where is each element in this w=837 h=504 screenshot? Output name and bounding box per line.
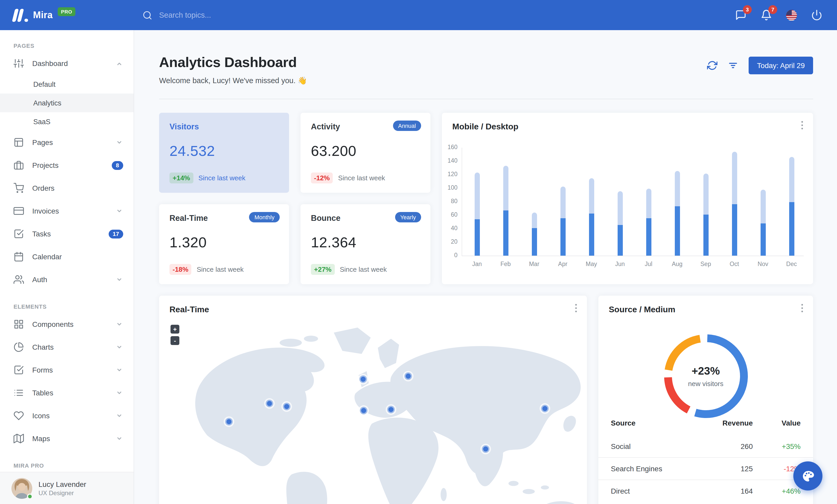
map-marker-8[interactable]: [480, 444, 491, 454]
bar-dec[interactable]: [777, 148, 806, 256]
sidebar-item-label: Forms: [32, 366, 107, 374]
bar-jan[interactable]: [463, 148, 491, 256]
kebab-menu-icon[interactable]: [570, 302, 582, 314]
messages-badge: 3: [743, 5, 752, 14]
sidebar-item-label: Icons: [32, 411, 107, 420]
sliders-icon: [14, 58, 24, 69]
grid-icon: [14, 319, 24, 330]
map-marker-5[interactable]: [358, 405, 369, 416]
bar-jun[interactable]: [606, 148, 634, 256]
bar-segment-desktop: [732, 152, 737, 204]
chart-title: Mobile / Desktop: [452, 122, 518, 131]
period-badge[interactable]: Monthly: [249, 212, 280, 222]
map-marker-9[interactable]: [540, 403, 550, 414]
language-flag-us-icon[interactable]: [786, 10, 797, 20]
user-role: UX Designer: [38, 489, 86, 497]
period-badge[interactable]: Annual: [393, 120, 421, 131]
stat-value: 63.200: [311, 143, 420, 160]
sidebar-section-label: MIRA PRO: [0, 450, 133, 472]
chevron-down-icon: [115, 435, 123, 443]
bar-feb[interactable]: [491, 148, 520, 256]
stat-delta-chip: +14%: [170, 172, 193, 183]
bar-mar[interactable]: [520, 148, 549, 256]
zoom-out-button[interactable]: -: [171, 336, 179, 345]
map-marker-3[interactable]: [281, 401, 292, 412]
navbar-search: [142, 10, 735, 20]
source-row-search-engines: Search Engines125-12%: [599, 457, 813, 480]
y-axis-label: 0: [442, 252, 458, 258]
sidebar-item-charts[interactable]: Charts: [0, 336, 133, 358]
bar-segment-desktop: [646, 189, 651, 218]
sidebar-item-auth[interactable]: Auth: [0, 268, 133, 291]
sidebar-user-card[interactable]: Lucy Lavender UX Designer: [0, 472, 133, 504]
kebab-menu-icon[interactable]: [797, 302, 808, 314]
calendar-icon: [14, 251, 24, 262]
x-axis-label: Jan: [463, 261, 491, 267]
sidebar-subitem-saas[interactable]: SaaS: [0, 112, 133, 131]
sidebar-item-icons[interactable]: Icons: [0, 404, 133, 427]
sidebar-item-orders[interactable]: Orders: [0, 177, 133, 200]
page-title: Analytics Dashboard: [159, 55, 307, 71]
sidebar-subitem-analytics[interactable]: Analytics: [0, 94, 133, 112]
brand-logo[interactable]: Mira PRO: [0, 8, 134, 22]
bar-nov[interactable]: [749, 148, 777, 256]
pro-badge: PRO: [58, 7, 75, 16]
sidebar-item-forms[interactable]: Forms: [0, 358, 133, 381]
sidebar-item-label: Maps: [32, 434, 107, 443]
check-square-icon: [14, 229, 24, 239]
search-input[interactable]: [159, 11, 325, 19]
x-axis-label: Jun: [606, 261, 634, 267]
sidebar: PAGESDashboardDefaultAnalyticsSaaSPagesP…: [0, 30, 134, 504]
kebab-menu-icon[interactable]: [797, 119, 808, 131]
world-map[interactable]: [159, 316, 587, 504]
chevron-down-icon: [115, 412, 123, 419]
notifications-button[interactable]: 7: [761, 10, 772, 21]
theme-settings-fab[interactable]: [793, 461, 822, 490]
source-row-direct: Direct164+46%: [599, 480, 813, 502]
bar-jul[interactable]: [634, 148, 663, 256]
sign-out-button[interactable]: [811, 10, 822, 21]
stat-card-bounce: Bounce Yearly 12.364 +27% Since last wee…: [301, 204, 430, 284]
sidebar-item-projects[interactable]: Projects8: [0, 154, 133, 177]
sidebar-item-components[interactable]: Components: [0, 313, 133, 336]
sidebar-item-invoices[interactable]: Invoices: [0, 200, 133, 222]
stat-note: Since last week: [338, 174, 385, 182]
bar-segment-mobile: [560, 218, 565, 256]
sidebar-item-label: Tasks: [32, 230, 100, 238]
mira-logo-icon: [14, 8, 28, 22]
sidebar-item-tasks[interactable]: Tasks17: [0, 222, 133, 245]
bar-segment-mobile: [703, 214, 708, 256]
zoom-in-button[interactable]: +: [171, 325, 179, 334]
map-marker-7[interactable]: [403, 371, 413, 381]
sidebar-subitem-default[interactable]: Default: [0, 75, 133, 94]
date-range-button[interactable]: Today: April 29: [749, 57, 813, 74]
map-marker-2[interactable]: [264, 398, 275, 409]
sidebar-item-pages[interactable]: Pages: [0, 131, 133, 154]
sidebar-item-label: Auth: [32, 275, 107, 284]
refresh-icon[interactable]: [707, 60, 717, 71]
sidebar-item-dashboard[interactable]: Dashboard: [0, 52, 133, 75]
map-marker-4[interactable]: [358, 374, 369, 385]
messages-button[interactable]: 3: [735, 10, 747, 21]
bar-apr[interactable]: [549, 148, 577, 256]
bar-sep[interactable]: [691, 148, 720, 256]
map-marker-1[interactable]: [224, 416, 234, 427]
bar-may[interactable]: [577, 148, 606, 256]
stat-value: 1.320: [170, 234, 279, 251]
bar-segment-mobile: [617, 225, 623, 256]
period-badge[interactable]: Yearly: [395, 212, 421, 222]
credit-card-icon: [14, 206, 24, 216]
revenue-cell: 260: [705, 442, 753, 450]
donut-chart: +23% new visitors: [661, 332, 750, 421]
sidebar-item-tables[interactable]: Tables: [0, 381, 133, 404]
chevron-down-icon: [115, 320, 123, 328]
bar-aug[interactable]: [663, 148, 691, 256]
filter-icon[interactable]: [728, 60, 738, 71]
sidebar-item-calendar[interactable]: Calendar: [0, 245, 133, 268]
sidebar-item-maps[interactable]: Maps: [0, 427, 133, 450]
map-marker-6[interactable]: [386, 404, 396, 415]
y-axis-label: 60: [442, 211, 458, 218]
avatar: [12, 478, 32, 499]
bar-oct[interactable]: [720, 148, 749, 256]
stats-grid: Visitors 24.532 +14% Since last week Act…: [159, 113, 813, 284]
